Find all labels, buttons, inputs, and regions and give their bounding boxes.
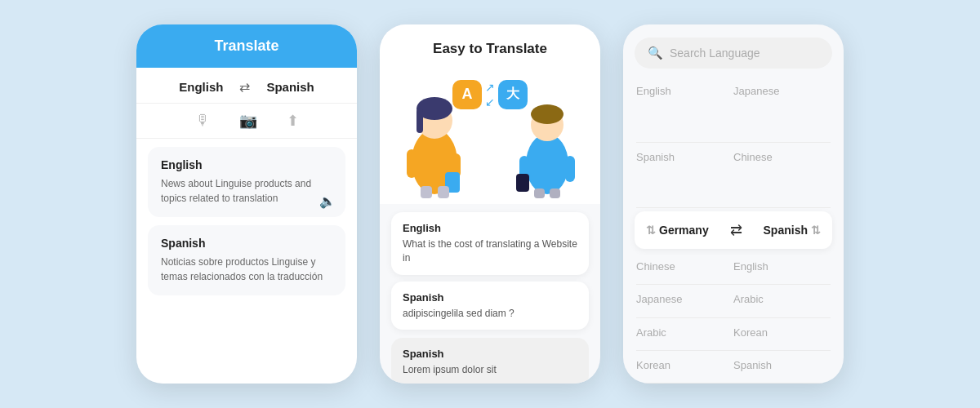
phone2-illustration: A ↗ ↙ 大 — [380, 65, 600, 204]
phone1-header: Translate — [136, 24, 357, 68]
lang-grid-top: English Japanese Spanish Chinese — [623, 77, 844, 208]
selector-chevron-icon: ⇅ — [811, 224, 821, 237]
camera-icon[interactable]: 📷 — [239, 112, 257, 130]
translation-card-spanish: Spanish Noticias sobre productos Linguis… — [148, 225, 345, 295]
upload-icon[interactable]: ⬆ — [287, 112, 299, 130]
phone2-title: Easy to Translate — [433, 41, 547, 56]
phone-easy-translate: Easy to Translate — [380, 24, 600, 384]
selector-up-down-icon: ⇅ — [646, 224, 656, 237]
person-right-svg — [514, 92, 580, 198]
chat-card-english-label: English — [403, 222, 577, 234]
lang-item-chinese2[interactable]: Chinese — [636, 252, 733, 285]
phone1-lang-bar: English ⇄ Spanish — [136, 68, 357, 104]
lang-item-arabic[interactable]: Arabic — [733, 285, 831, 317]
svg-rect-13 — [516, 174, 529, 192]
card-lang-spanish: Spanish — [161, 237, 332, 250]
lang-item-english2[interactable]: English — [733, 252, 831, 285]
search-placeholder: Search Language — [670, 47, 760, 60]
svg-point-11 — [531, 104, 564, 124]
lang-item-japanese2[interactable]: Japanese — [636, 285, 733, 317]
svg-rect-7 — [421, 186, 432, 198]
svg-rect-3 — [416, 109, 423, 133]
lang-item-korean[interactable]: Korean — [733, 318, 831, 351]
chat-partial-text: Lorem ipsum dolor sit — [403, 363, 577, 377]
phone1-body: English News about Linguise products and… — [136, 139, 357, 384]
microphone-icon[interactable]: 🎙 — [195, 112, 210, 130]
selector-from-label: Germany — [659, 224, 709, 237]
language-selector[interactable]: ⇅ Germany ⇄ Spanish ⇅ — [635, 211, 832, 249]
phone-search-language: 🔍 Search Language English Japanese Spani… — [623, 24, 844, 384]
phone1-input-icons: 🎙 📷 ⬆ — [136, 104, 357, 139]
translation-card-english: English News about Linguise products and… — [148, 147, 345, 217]
chat-card-partial: Spanish Lorem ipsum dolor sit — [391, 338, 589, 384]
phone1-lang-from[interactable]: English — [179, 80, 223, 94]
chat-card-english: English What is the cost of translating … — [391, 212, 589, 275]
search-icon: 🔍 — [648, 46, 663, 60]
selector-to[interactable]: Spanish ⇅ — [764, 224, 821, 237]
selector-swap-icon[interactable]: ⇄ — [730, 221, 742, 239]
svg-rect-4 — [407, 149, 416, 178]
svg-rect-8 — [438, 186, 449, 198]
illustration-wrapper: A ↗ ↙ 大 — [400, 72, 580, 198]
lang-item-japanese[interactable]: Japanese — [733, 77, 831, 143]
chat-card-spanish: Spanish adipiscingelila sed diam ? — [391, 282, 589, 330]
selector-from[interactable]: ⇅ Germany — [646, 224, 709, 237]
chat-card-spanish-label: Spanish — [403, 291, 577, 304]
lang-item-english[interactable]: English — [636, 77, 733, 143]
chat-card-spanish-text: adipiscingelila sed diam ? — [403, 307, 577, 321]
selector-to-label: Spanish — [764, 224, 808, 237]
lang-grid-bottom: Chinese English Japanese Arabic Arabic K… — [623, 252, 844, 384]
svg-rect-16 — [550, 188, 560, 198]
phone1-title: Translate — [214, 38, 278, 54]
card-text-spanish: Noticias sobre productos Linguise y tema… — [161, 255, 332, 284]
bubble-a: A — [452, 80, 482, 109]
chat-card-english-text: What is the cost of translating a Websit… — [403, 237, 577, 265]
phones-container: Translate English ⇄ Spanish 🎙 📷 ⬆ Englis… — [0, 8, 980, 400]
phone2-chat-area: English What is the cost of translating … — [380, 204, 600, 384]
lang-item-korean2[interactable]: Korean — [636, 351, 733, 384]
card-lang-english: English — [161, 158, 332, 171]
lang-item-spanish[interactable]: Spanish — [636, 143, 733, 209]
lang-item-chinese[interactable]: Chinese — [733, 143, 831, 209]
svg-rect-15 — [534, 188, 545, 198]
lang-item-spanish2[interactable]: Spanish — [733, 351, 831, 384]
card-text-english: News about Linguise products and topics … — [161, 176, 332, 206]
phone2-header: Easy to Translate — [380, 24, 600, 65]
phone1-lang-to[interactable]: Spanish — [266, 80, 314, 94]
svg-rect-14 — [565, 156, 575, 182]
swap-icon[interactable]: ⇄ — [239, 79, 250, 95]
search-bar[interactable]: 🔍 Search Language — [635, 38, 832, 69]
chat-partial-lang-label: Spanish — [403, 348, 577, 360]
bubble-arrows-icon: ↗ ↙ — [485, 81, 495, 109]
svg-point-9 — [526, 134, 568, 194]
sound-icon[interactable]: 🔈 — [319, 193, 336, 209]
phone-translate: Translate English ⇄ Spanish 🎙 📷 ⬆ Englis… — [136, 24, 357, 384]
lang-item-arabic2[interactable]: Arabic — [636, 318, 733, 351]
